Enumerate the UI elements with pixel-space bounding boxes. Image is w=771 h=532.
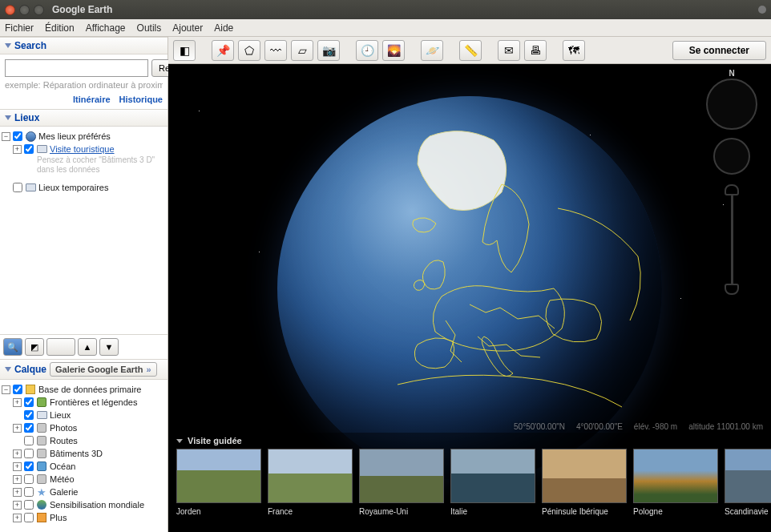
layer-label[interactable]: Océan [50, 461, 75, 471]
move-down-button[interactable]: ▼ [99, 338, 119, 356]
tree-expander[interactable]: − [2, 132, 10, 141]
places-toolbar: 🔍 ◩ ▲ ▼ [0, 334, 168, 359]
tour-label: Royaume-Uni [359, 503, 444, 516]
globe-viewport[interactable]: N 50°50'00.00"N 4°00'00.00"E élév. -980 … [168, 64, 771, 532]
checkbox-layer[interactable] [24, 397, 34, 407]
checkbox-layer[interactable] [24, 474, 34, 484]
checkbox-myplaces[interactable] [13, 131, 22, 141]
tree-expander[interactable]: + [13, 501, 22, 510]
tour-item[interactable]: Jorden [176, 449, 261, 516]
menu-view[interactable]: Affichage [86, 22, 126, 34]
sunlight-button[interactable]: 🌄 [382, 40, 405, 61]
window-menu-icon[interactable] [758, 6, 766, 14]
link-itinerary[interactable]: Itinéraire [73, 95, 110, 104]
layer-label[interactable]: Météo [50, 474, 75, 484]
tour-item[interactable]: Italie [450, 449, 535, 516]
checkbox-primarydb[interactable] [13, 385, 22, 394]
search-input[interactable] [5, 59, 148, 77]
checkbox-layer[interactable] [24, 513, 34, 522]
menu-tools[interactable]: Outils [137, 22, 162, 34]
menu-edit[interactable]: Édition [45, 22, 75, 34]
window-minimize-button[interactable] [19, 5, 30, 15]
checkbox-layer[interactable] [24, 500, 34, 510]
tree-expander[interactable]: + [13, 488, 22, 497]
tree-label-sightseeing[interactable]: Visite touristique [50, 144, 115, 154]
panel-search-header[interactable]: Search [0, 37, 168, 54]
tree-label-primarydb[interactable]: Base de données primaire [38, 385, 141, 394]
tree-label-temp[interactable]: Lieux temporaires [38, 183, 108, 192]
gallery-tab[interactable]: Galerie Google Earth » [50, 362, 157, 377]
move-up-button[interactable]: ▲ [78, 338, 97, 356]
window-close-button[interactable] [5, 5, 15, 15]
tree-expander[interactable]: + [13, 424, 22, 433]
panel-layers-header[interactable]: Calques Galerie Google Earth » [0, 359, 168, 380]
history-button[interactable]: 🕘 [356, 40, 378, 61]
ocean-icon [37, 461, 46, 471]
window-maximize-button[interactable] [34, 5, 44, 15]
link-history[interactable]: Historique [119, 95, 163, 104]
tree-expander[interactable]: + [13, 398, 22, 407]
tour-thumbnail [725, 449, 771, 503]
north-label: N [729, 69, 734, 78]
slider-control[interactable] [46, 338, 75, 356]
layer-label[interactable]: Routes [50, 436, 78, 445]
country-borders [277, 96, 662, 481]
globe[interactable] [277, 96, 662, 481]
print-button[interactable]: 🖶 [524, 40, 547, 61]
layer-label[interactable]: Galerie [50, 487, 78, 497]
layer-label[interactable]: Sensibilisation mondiale [50, 500, 144, 510]
find-button[interactable]: 🔍 [3, 338, 22, 356]
tree-label-myplaces[interactable]: Mes lieux préférés [38, 131, 111, 141]
email-button[interactable]: ✉ [498, 40, 520, 61]
path-button[interactable]: 〰 [264, 40, 287, 61]
ruler-button[interactable]: 📏 [459, 40, 482, 61]
menu-add[interactable]: Ajouter [172, 22, 203, 34]
tour-header[interactable]: Visite guidée [168, 433, 771, 449]
layer-label[interactable]: Frontières et légendes [50, 397, 137, 407]
menu-help[interactable]: Aide [214, 22, 233, 34]
placemark-button[interactable]: 📌 [212, 40, 234, 61]
signin-button[interactable]: Se connecter [672, 41, 766, 60]
tour-strip: Visite guidée Jorden France Royaume-Uni … [168, 433, 771, 532]
checkbox-layer[interactable] [24, 487, 34, 497]
navigation-controls: N [704, 79, 760, 295]
zoom-slider[interactable] [726, 184, 737, 295]
tour-item[interactable]: Scandinavie [725, 449, 771, 516]
menu-file[interactable]: Fichier [5, 22, 34, 34]
tree-expander[interactable]: + [13, 449, 22, 458]
planet-button[interactable]: 🪐 [421, 40, 443, 61]
checkbox-layer[interactable] [24, 449, 34, 458]
tour-item[interactable]: Royaume-Uni [359, 449, 444, 516]
sidebar-toggle-button[interactable]: ◧ [173, 40, 196, 61]
layer-label[interactable]: Bâtiments 3D [50, 449, 103, 458]
tour-thumbnail [359, 449, 444, 503]
look-joystick[interactable] [713, 138, 750, 175]
window-title: Google Earth [52, 4, 112, 15]
checkbox-layer[interactable] [24, 436, 34, 445]
image-overlay-button[interactable]: ▱ [291, 40, 313, 61]
checkbox-layer[interactable] [24, 423, 34, 433]
compass-control[interactable]: N [706, 79, 757, 130]
view-in-maps-button[interactable]: 🗺 [563, 40, 585, 61]
collapse-icon [5, 115, 11, 120]
record-tour-button[interactable]: 📷 [317, 40, 340, 61]
tour-item[interactable]: France [268, 449, 353, 516]
tree-expander[interactable]: + [13, 462, 22, 471]
polygon-button[interactable]: ⬠ [238, 40, 260, 61]
tour-item[interactable]: Péninsule Ibérique [542, 449, 627, 516]
checkbox-temp[interactable] [13, 183, 22, 192]
layer-label[interactable]: Plus [50, 513, 67, 522]
tree-expander[interactable]: + [13, 475, 22, 484]
checkbox-layer[interactable] [24, 410, 34, 420]
layer-label[interactable]: Photos [50, 423, 77, 433]
more-icon [37, 513, 46, 522]
tree-expander[interactable]: + [13, 145, 22, 154]
panel-toggle-button[interactable]: ◩ [25, 338, 44, 356]
checkbox-sightseeing[interactable] [24, 144, 34, 154]
tree-expander[interactable]: + [13, 514, 22, 522]
checkbox-layer[interactable] [24, 461, 34, 471]
panel-places-header[interactable]: Lieux [0, 109, 168, 127]
layer-label[interactable]: Lieux [50, 410, 71, 420]
tree-expander[interactable]: − [2, 385, 10, 394]
tour-item[interactable]: Pologne [633, 449, 718, 516]
